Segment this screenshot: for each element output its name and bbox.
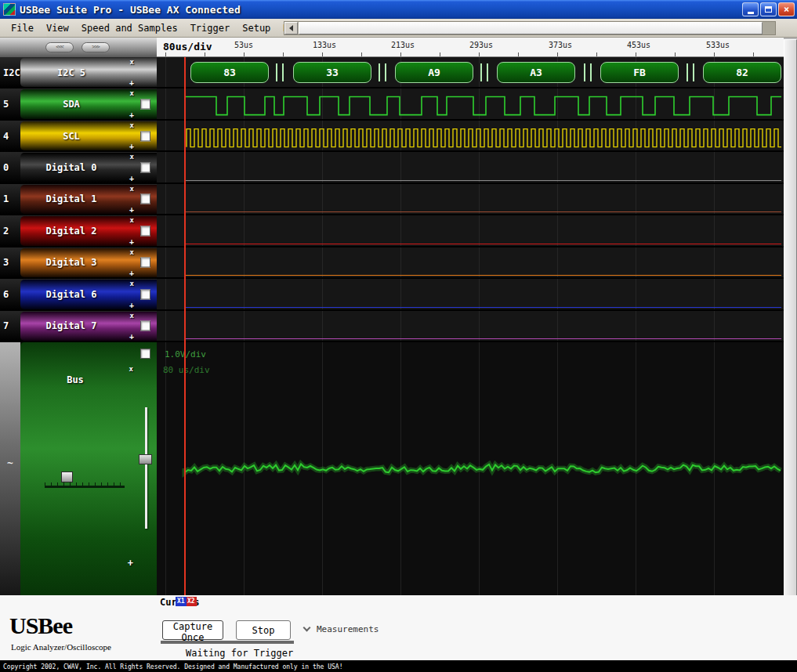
channel-expand-control[interactable]: + <box>129 269 134 277</box>
channel-collapse-control[interactable]: x <box>130 248 134 256</box>
minimize-button[interactable] <box>742 2 759 16</box>
measurements-toggle[interactable]: Measurements <box>317 624 379 634</box>
digital-1-trace <box>185 211 781 212</box>
channel-row-digital-1[interactable]: 1 Digital 1 x + <box>0 184 157 215</box>
channel-collapse-control[interactable]: x <box>130 312 134 320</box>
channel-row-digital-0[interactable]: 0 Digital 0 x + <box>0 152 157 183</box>
channel-expand-control[interactable]: + <box>129 332 134 341</box>
tick-label: 533us <box>706 41 730 49</box>
horizontal-scrollbar[interactable] <box>284 21 776 35</box>
app-icon <box>3 3 16 16</box>
channel-expand-control[interactable]: + <box>129 301 134 309</box>
vertical-scrollbar-thumb[interactable] <box>784 39 797 600</box>
bus-collapse-control[interactable]: x <box>129 365 133 373</box>
horizontal-scrollbar-thumb[interactable] <box>299 22 763 34</box>
menu-trigger[interactable]: Trigger <box>184 20 237 36</box>
channel-collapse-control[interactable]: x <box>130 153 134 161</box>
x-cursor-line[interactable] <box>184 57 186 595</box>
bus-channel-area[interactable]: ~ x Bus + <box>0 342 157 595</box>
channel-expand-control[interactable]: + <box>129 78 134 87</box>
scroll-left-button[interactable] <box>284 22 298 34</box>
channel-checkbox[interactable] <box>140 258 150 268</box>
channel-number: 3 <box>3 257 9 268</box>
menu-setup[interactable]: Setup <box>236 20 277 36</box>
tick-label: 453us <box>627 41 650 49</box>
waveform-rows: 83 33 A9 A3 FB 82 <box>157 57 784 342</box>
channel-number: 1 <box>3 193 9 204</box>
cursor-x2-tag[interactable]: X2 <box>186 597 197 606</box>
i2c-decoded-byte: A9 <box>395 62 473 83</box>
channel-expand-control[interactable]: + <box>129 205 134 214</box>
analog-waveform <box>157 342 784 595</box>
bus-checkbox[interactable] <box>140 349 150 359</box>
bus-label: Bus <box>20 374 130 385</box>
cursor-x1-tag[interactable]: X1 <box>176 597 187 606</box>
channel-row-i2c[interactable]: I2C I2C 5 x + <box>0 57 157 89</box>
channel-expand-control[interactable]: + <box>129 142 134 150</box>
channel-expand-control[interactable]: + <box>129 237 134 246</box>
channel-number: 7 <box>3 320 9 331</box>
digital-0-trace <box>185 180 781 181</box>
channel-collapse-control[interactable]: x <box>130 216 134 224</box>
stop-button[interactable]: Stop <box>236 620 291 640</box>
menu-view[interactable]: View <box>40 20 75 36</box>
forward-button[interactable]: >>> <box>82 42 110 52</box>
channel-row-digital-3[interactable]: 3 Digital 3 x + <box>0 247 157 279</box>
bus-expand-control[interactable]: + <box>128 558 133 569</box>
channel-number: 4 <box>3 131 9 142</box>
measurements-chevron-icon[interactable] <box>303 624 311 632</box>
vertical-scale-slider-handle[interactable] <box>139 454 152 464</box>
channel-collapse-control[interactable]: x <box>130 89 134 97</box>
channel-number: 0 <box>3 162 9 173</box>
channel-label: Digital 2 <box>20 226 122 237</box>
channel-checkbox[interactable] <box>140 289 150 299</box>
i2c-decode-row: 83 33 A9 A3 FB 82 <box>157 57 784 89</box>
channel-row-digital-2[interactable]: 2 Digital 2 x + <box>0 215 157 247</box>
title-bar: USBee Suite Pro - USBee AX Connected × <box>0 0 797 19</box>
horizontal-offset-slider-handle[interactable] <box>61 471 73 482</box>
channel-checkbox[interactable] <box>140 321 150 331</box>
vertical-scale-slider-track[interactable] <box>145 407 147 529</box>
channel-collapse-control[interactable]: x <box>130 121 134 129</box>
channel-checkbox[interactable] <box>140 163 150 173</box>
tick-label: 293us <box>469 41 493 49</box>
i2c-ack-marker <box>282 63 284 81</box>
channel-expand-control[interactable]: + <box>129 110 134 119</box>
channel-collapse-control[interactable]: x <box>130 280 134 287</box>
button-group-shadow <box>161 641 294 644</box>
vertical-scrollbar[interactable] <box>784 38 797 615</box>
i2c-byte-value: 82 <box>736 67 748 78</box>
analog-wave-symbol: ~ <box>7 457 13 468</box>
close-button[interactable]: × <box>778 2 795 16</box>
trigger-status: Waiting for Trigger <box>186 648 293 659</box>
channel-checkbox[interactable] <box>140 131 150 141</box>
rewind-button[interactable]: <<< <box>45 42 74 52</box>
capture-once-button[interactable]: Capture Once <box>162 620 223 640</box>
channel-collapse-control[interactable]: x <box>130 185 134 193</box>
channel-collapse-control[interactable]: x <box>130 58 134 66</box>
channel-number: 5 <box>3 99 9 110</box>
channel-label: Digital 6 <box>20 289 122 300</box>
horizontal-offset-ruler[interactable] <box>45 475 125 488</box>
channel-row-digital-6[interactable]: 6 Digital 6 x + <box>0 279 157 310</box>
menu-file[interactable]: File <box>5 20 40 36</box>
channel-expand-control[interactable]: + <box>129 174 134 182</box>
channel-row-sda[interactable]: 5 SDA x + <box>0 89 157 120</box>
ruler-ticks <box>45 482 125 488</box>
channel-row-scl[interactable]: 4 SCL x + <box>0 121 157 152</box>
digital-6-trace <box>185 307 781 308</box>
time-scale-label: 80us/div <box>163 41 212 52</box>
menu-speed-and-samples[interactable]: Speed and Samples <box>75 20 184 36</box>
channel-rows: I2C I2C 5 x + 5 SDA x + 4 SCL x + 0 Digi… <box>0 57 157 342</box>
channel-number: I2C <box>3 67 20 78</box>
timeline-ruler[interactable]: 80us/div 53us 133us 213us 293us 373us 45… <box>157 38 784 57</box>
analog-scope-area: 1.0V/div 80 us/div <box>157 342 784 595</box>
scl-waveform <box>157 121 784 150</box>
channel-checkbox[interactable] <box>140 194 150 204</box>
channel-checkbox[interactable] <box>140 99 150 110</box>
channel-label: SCL <box>20 131 122 142</box>
i2c-byte-value: A9 <box>428 67 440 78</box>
channel-checkbox[interactable] <box>140 226 150 236</box>
channel-row-digital-7[interactable]: 7 Digital 7 x + <box>0 311 157 342</box>
restore-button[interactable] <box>760 2 777 16</box>
